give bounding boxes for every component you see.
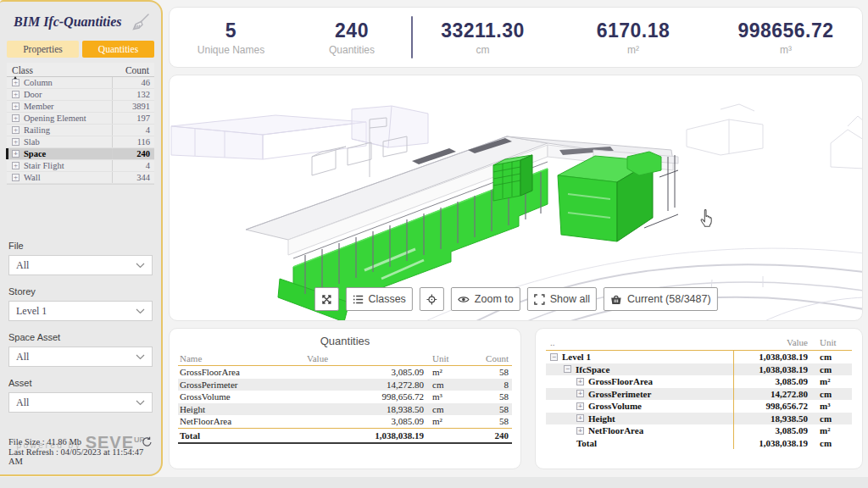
class-table-header: Class Count	[7, 63, 154, 77]
broom-icon	[131, 12, 151, 32]
table-row[interactable]: GrossPerimeter 14,272.80 cm 8	[178, 379, 512, 391]
matrix-table-header: .. Value Unit	[546, 335, 852, 351]
cursor-hand-icon	[701, 210, 711, 227]
collapse-minus-icon[interactable]	[564, 365, 571, 373]
quantities-table-header: Name Value Unit Count	[178, 351, 512, 366]
matrix-row-level1[interactable]: Level 1 1,038,038.19 cm	[546, 351, 852, 363]
viewer-target-button[interactable]	[420, 287, 444, 311]
sidebar-tabs: Properties Quantities	[0, 37, 161, 58]
class-row-stair-flight[interactable]: Stair Flight 4	[7, 160, 154, 172]
table-row[interactable]: GrossVolume 998,656.72 m³ 58	[178, 391, 512, 403]
stat-volume-m3: 998656.72 m³	[714, 19, 858, 56]
basket-icon	[610, 294, 622, 305]
matrix-row-ifcspace[interactable]: IfcSpace 1,038,038.19 cm	[546, 363, 852, 376]
kpi-stats-card: 5 Unique Names 240 Quantities 33211.30 c…	[169, 7, 863, 68]
expand-plus-icon[interactable]	[12, 79, 19, 86]
list-icon	[352, 294, 363, 305]
sidebar: BIM Ifc-Quantities Properties Quantities…	[0, 0, 163, 476]
stat-unique-names: 5 Unique Names	[170, 19, 292, 56]
crosshair-icon	[426, 294, 437, 305]
class-row-slab[interactable]: Slab 116	[7, 136, 154, 148]
matrix-total-row: Total 1,038,038.19 cm	[546, 437, 852, 450]
move-icon	[320, 294, 331, 305]
count-column-header[interactable]: Count	[125, 65, 149, 75]
filter-label-storey: Storey	[8, 286, 153, 297]
viewer-zoom-to-button[interactable]: Zoom to	[451, 287, 520, 311]
expand-plus-icon[interactable]	[12, 150, 19, 158]
class-row-railing[interactable]: Railing 4	[7, 125, 154, 136]
expand-plus-icon[interactable]	[12, 174, 19, 181]
expand-plus-icon[interactable]	[12, 138, 19, 146]
show-all-icon	[534, 294, 545, 305]
expand-plus-icon[interactable]	[12, 91, 19, 98]
filter-label-asset: Asset	[8, 378, 153, 388]
collapse-minus-icon[interactable]	[550, 353, 558, 361]
expand-plus-icon[interactable]	[12, 103, 19, 110]
class-row-column[interactable]: Column 46	[7, 77, 154, 89]
tab-properties[interactable]: Properties	[7, 41, 79, 58]
class-row-space-selected[interactable]: Space 240	[7, 148, 154, 160]
expand-plus-icon[interactable]	[576, 427, 584, 435]
stat-length-cm: 33211.30 cm	[413, 19, 553, 56]
app-title: BIM Ifc-Quantities	[14, 14, 122, 30]
expand-plus-icon[interactable]	[576, 414, 584, 422]
expand-plus-icon[interactable]	[576, 390, 584, 397]
viewer-current-selection-button[interactable]: Current (58/3487)	[604, 287, 718, 311]
stat-area-m2: 6170.18 m²	[553, 19, 714, 56]
class-row-member[interactable]: Member 3891	[7, 101, 154, 113]
class-row-opening-element[interactable]: Opening Element 197	[7, 113, 154, 125]
3d-viewer[interactable]: Classes Zoom to	[169, 75, 863, 321]
stat-quantities: 240 Quantities	[292, 19, 411, 56]
matrix-row-grossfloorarea[interactable]: GrossFloorArea 3,085.09 m²	[546, 375, 852, 388]
refresh-icon[interactable]	[142, 436, 153, 447]
storey-dropdown[interactable]: Level 1	[8, 301, 153, 321]
chevron-down-icon	[136, 263, 145, 269]
quantities-table-card: Quantities Name Value Unit Count GrossFl…	[169, 328, 521, 469]
bim-model-canvas[interactable]	[170, 75, 863, 321]
expand-plus-icon[interactable]	[12, 126, 19, 134]
expand-plus-icon[interactable]	[12, 114, 19, 122]
filter-label-space-asset: Space Asset	[8, 332, 153, 342]
table-row[interactable]: Height 18,938.50 cm 58	[178, 403, 512, 416]
chevron-down-icon	[136, 400, 145, 406]
expand-plus-icon[interactable]	[576, 402, 584, 410]
class-table: Class Count Column 46 Door 132 Member 38…	[7, 63, 154, 185]
eye-icon	[458, 294, 470, 305]
last-refresh-text: Last Refresh : 04/05/2023 at 11:54:47 AM	[8, 447, 153, 466]
viewer-show-all-button[interactable]: Show all	[527, 287, 597, 311]
filter-label-file: File	[8, 241, 153, 251]
asset-dropdown[interactable]: All	[8, 392, 153, 413]
expand-plus-icon[interactable]	[576, 378, 584, 385]
matrix-row-netfloorarea[interactable]: NetFloorArea 3,085.09 m²	[546, 424, 852, 437]
chevron-down-icon	[136, 308, 145, 314]
quantities-table-title: Quantities	[178, 335, 512, 347]
viewer-move-button[interactable]	[314, 287, 338, 311]
table-total-row: Total 1,038,038.19 240	[178, 428, 512, 444]
matrix-row-grossperimeter[interactable]: GrossPerimeter 14,272.80 cm	[546, 388, 852, 401]
file-size-text: File Size : 41.86 Mb	[8, 437, 81, 446]
chevron-down-icon	[136, 354, 145, 360]
table-row[interactable]: NetFloorArea 3,085.09 m² 58	[178, 415, 512, 428]
matrix-row-grossvolume[interactable]: GrossVolume 998,656.72 m³	[546, 400, 852, 413]
space-asset-dropdown[interactable]: All	[8, 347, 153, 367]
expand-plus-icon[interactable]	[12, 162, 19, 169]
class-row-door[interactable]: Door 132	[7, 89, 154, 101]
window-bottom-strip	[0, 477, 868, 488]
matrix-table-card: .. Value Unit Level 1 1,038,038.19 cm If…	[535, 328, 863, 469]
table-row[interactable]: GrossFloorArea 3,085.09 m² 58	[178, 366, 512, 379]
matrix-row-height[interactable]: Height 18,938.50 cm	[546, 413, 852, 425]
class-column-header[interactable]: Class	[12, 65, 33, 75]
class-row-wall[interactable]: Wall 344	[7, 172, 154, 184]
viewer-toolbar: Classes Zoom to	[314, 287, 717, 311]
tab-quantities[interactable]: Quantities	[82, 41, 154, 58]
viewer-classes-button[interactable]: Classes	[345, 287, 412, 311]
file-dropdown[interactable]: All	[8, 255, 153, 275]
